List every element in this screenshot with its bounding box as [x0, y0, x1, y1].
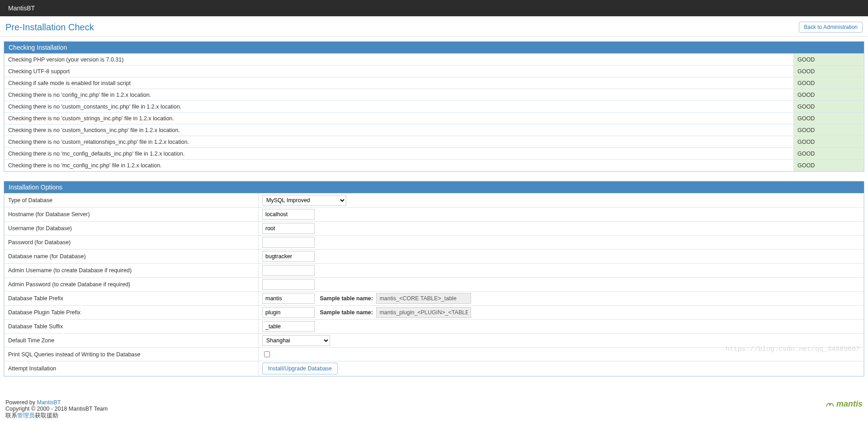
check-label: Checking PHP version (your version is 7.… [5, 54, 794, 66]
admin-pass-label: Admin Password (to create Database if re… [5, 278, 259, 292]
attempt-label: Attempt Installation [5, 361, 259, 376]
powered-prefix: Powered by [5, 399, 37, 406]
content: Checking Installation Checking PHP versi… [0, 37, 868, 395]
contact-prefix: 联系 [5, 412, 17, 419]
check-label: Checking if safe mode is enabled for ins… [5, 77, 794, 89]
check-label: Checking there is no 'custom_relationshi… [5, 136, 794, 148]
checking-panel: Checking Installation Checking PHP versi… [4, 41, 864, 172]
dbname-input[interactable] [262, 251, 315, 262]
row-table-prefix: Database Table Prefix Sample table name: [5, 292, 864, 306]
check-row: Checking PHP version (your version is 7.… [5, 54, 864, 66]
options-heading: Installation Options [4, 181, 864, 193]
check-status: GOOD [794, 148, 864, 160]
sample-label-2: Sample table name: [320, 309, 373, 316]
table-suffix-label: Database Table Suffix [5, 320, 259, 334]
check-status: GOOD [794, 136, 864, 148]
mantis-icon [825, 400, 835, 408]
hostname-input[interactable] [262, 209, 315, 220]
row-hostname: Hostname (for Database Server) [5, 208, 864, 222]
db-type-select[interactable]: MySQL Improved [262, 195, 346, 206]
plugin-prefix-label: Database Plugin Table Prefix [5, 306, 259, 320]
check-row: Checking there is no 'custom_relationshi… [5, 136, 864, 148]
row-plugin-prefix: Database Plugin Table Prefix Sample tabl… [5, 306, 864, 320]
db-type-label: Type of Database [5, 194, 259, 208]
row-dbname: Database name (for Database) [5, 250, 864, 264]
password-input[interactable] [262, 237, 315, 248]
check-row: Checking there is no 'mc_config_defaults… [5, 148, 864, 160]
install-button[interactable]: Install/Upgrade Database [262, 363, 338, 374]
checking-table: Checking PHP version (your version is 7.… [4, 53, 864, 171]
table-prefix-label: Database Table Prefix [5, 292, 259, 306]
check-row: Checking there is no 'custom_functions_i… [5, 124, 864, 136]
check-status: GOOD [794, 66, 864, 77]
footer-left: Powered by MantisBT Copyright © 2000 - 2… [5, 399, 108, 420]
sample-value-2 [376, 307, 471, 318]
contact-link[interactable]: 管理员 [17, 412, 35, 419]
copyright: Copyright © 2000 - 2018 MantisBT Team [5, 406, 108, 412]
password-label: Password (for Database) [5, 236, 259, 250]
table-prefix-input[interactable] [262, 293, 315, 304]
row-username: Username (for Database) [5, 222, 864, 236]
check-status: GOOD [794, 124, 864, 136]
check-status: GOOD [794, 77, 864, 89]
check-row: Checking UTF-8 supportGOOD [5, 66, 864, 77]
print-sql-checkbox[interactable] [264, 351, 270, 357]
navbar: MantisBT [0, 0, 868, 16]
check-status: GOOD [794, 113, 864, 124]
timezone-select[interactable]: Shanghai [262, 335, 330, 346]
plugin-prefix-input[interactable] [262, 307, 315, 318]
check-status: GOOD [794, 54, 864, 66]
check-label: Checking UTF-8 support [5, 66, 794, 77]
page-title: Pre-Installation Check [5, 22, 94, 33]
check-status: GOOD [794, 101, 864, 113]
options-panel: Installation Options Type of Database My… [4, 181, 864, 377]
table-suffix-input[interactable] [262, 321, 315, 332]
sample-label-1: Sample table name: [320, 295, 373, 302]
powered-link[interactable]: MantisBT [37, 399, 61, 406]
print-sql-label: Print SQL Queries instead of Writing to … [5, 348, 259, 361]
check-status: GOOD [794, 160, 864, 171]
check-row: Checking there is no 'mc_config_inc.php'… [5, 160, 864, 171]
options-table: Type of Database MySQL Improved Hostname… [4, 193, 864, 376]
check-row: Checking there is no 'custom_strings_inc… [5, 113, 864, 124]
row-password: Password (for Database) [5, 236, 864, 250]
check-label: Checking there is no 'mc_config_defaults… [5, 148, 794, 160]
row-admin-user: Admin Username (to create Database if re… [5, 264, 864, 278]
row-db-type: Type of Database MySQL Improved [5, 194, 864, 208]
back-to-admin-button[interactable]: Back to Administration [799, 22, 863, 33]
footer: Powered by MantisBT Copyright © 2000 - 2… [0, 395, 868, 421]
page-header: Pre-Installation Check Back to Administr… [0, 16, 868, 37]
mantis-logo: mantis [825, 399, 863, 409]
hostname-label: Hostname (for Database Server) [5, 208, 259, 222]
admin-user-input[interactable] [262, 265, 315, 276]
admin-pass-input[interactable] [262, 279, 315, 290]
check-status: GOOD [794, 89, 864, 101]
row-timezone: Default Time Zone Shanghai [5, 334, 864, 348]
check-row: Checking there is no 'custom_constants_i… [5, 101, 864, 113]
check-label: Checking there is no 'custom_strings_inc… [5, 113, 794, 124]
svg-point-0 [829, 403, 831, 405]
navbar-brand[interactable]: MantisBT [8, 5, 35, 12]
checking-heading: Checking Installation [4, 42, 864, 53]
check-row: Checking if safe mode is enabled for ins… [5, 77, 864, 89]
row-table-suffix: Database Table Suffix [5, 320, 864, 334]
contact-suffix: 获取援助 [35, 412, 58, 419]
check-label: Checking there is no 'mc_config_inc.php'… [5, 160, 794, 171]
row-admin-pass: Admin Password (to create Database if re… [5, 278, 864, 292]
sample-value-1 [376, 293, 471, 304]
row-attempt: Attempt Installation Install/Upgrade Dat… [5, 361, 864, 376]
timezone-label: Default Time Zone [5, 334, 259, 348]
username-input[interactable] [262, 223, 315, 234]
check-label: Checking there is no 'custom_constants_i… [5, 101, 794, 113]
username-label: Username (for Database) [5, 222, 259, 236]
row-print-sql: Print SQL Queries instead of Writing to … [5, 348, 864, 361]
check-row: Checking there is no 'config_inc.php' fi… [5, 89, 864, 101]
dbname-label: Database name (for Database) [5, 250, 259, 264]
check-label: Checking there is no 'custom_functions_i… [5, 124, 794, 136]
check-label: Checking there is no 'config_inc.php' fi… [5, 89, 794, 101]
admin-user-label: Admin Username (to create Database if re… [5, 264, 259, 278]
